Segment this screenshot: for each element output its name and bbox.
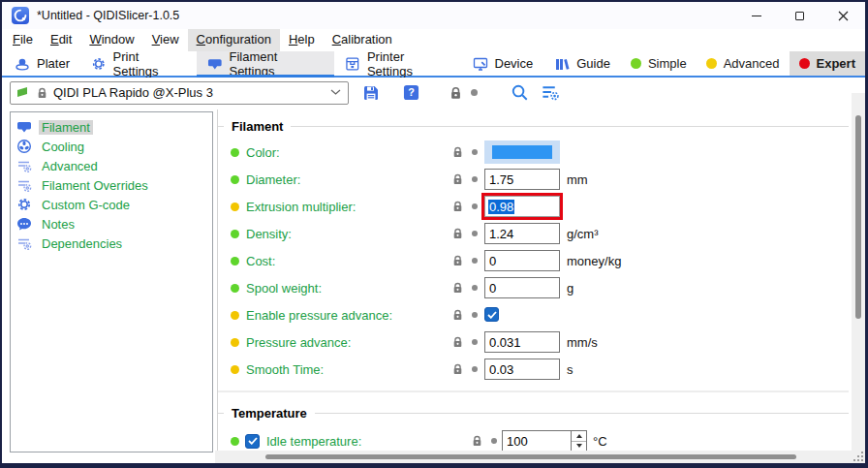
sidebar-item-custom-gcode[interactable]: Custom G-code: [11, 195, 212, 214]
revert-dot-icon[interactable]: [472, 176, 478, 182]
app-window: *Untitled - QIDISlicer-1.0.5 File Edit W…: [0, 0, 868, 468]
lock-icon[interactable]: [451, 308, 464, 325]
menu-edit[interactable]: Edit: [42, 29, 80, 51]
arrow-down-icon: [576, 444, 582, 448]
revert-dot-icon[interactable]: [472, 285, 478, 291]
mode-advanced[interactable]: Advanced: [697, 51, 790, 76]
preset-combobox[interactable]: QIDI PLA Rapido @X-Plus 3: [10, 81, 349, 105]
tab-printer-settings[interactable]: Printer Settings: [334, 51, 461, 76]
revert-dot-icon[interactable]: [472, 258, 478, 264]
sidebar-item-filament[interactable]: Filament: [11, 117, 212, 137]
search-button[interactable]: [511, 83, 529, 102]
status-dot: [231, 365, 239, 374]
tab-filament-settings[interactable]: Filament Settings: [197, 51, 334, 76]
tab-device[interactable]: Device: [462, 51, 544, 76]
arrow-up-icon: [576, 434, 582, 438]
revert-dot-icon[interactable]: [472, 366, 478, 372]
setting-row-pressure-advance: Pressure advance: mm/s: [228, 328, 849, 356]
lock-icon[interactable]: [451, 172, 464, 189]
section-title-text: Filament: [232, 119, 283, 134]
resize-grip[interactable]: [852, 451, 865, 463]
save-preset-button[interactable]: [362, 84, 380, 102]
tab-label: Guide: [576, 56, 610, 71]
vertical-scrollbar[interactable]: [852, 93, 865, 463]
cost-input[interactable]: [484, 250, 560, 271]
pressure-advance-input[interactable]: [484, 331, 560, 353]
revert-dot-icon[interactable]: [491, 438, 497, 444]
lock-icon[interactable]: [451, 362, 464, 379]
spin-down-button[interactable]: [572, 442, 586, 452]
idle-temperature-checkbox[interactable]: [245, 434, 260, 449]
horizontal-scrollbar[interactable]: [215, 451, 852, 463]
lock-toggle-button[interactable]: [449, 85, 463, 101]
horizontal-scrollbar-thumb[interactable]: [265, 454, 796, 459]
menu-file[interactable]: File: [4, 29, 42, 51]
setting-label: Spool weight:: [246, 281, 322, 296]
mode-expert[interactable]: Expert: [790, 51, 865, 76]
close-button[interactable]: [822, 2, 865, 29]
check-icon: [248, 437, 258, 445]
setting-row-diameter: Diameter: mm: [228, 166, 849, 193]
extrusion-multiplier-input[interactable]: 0.98: [484, 196, 560, 217]
setting-label: Color:: [246, 145, 280, 160]
revert-dot-icon[interactable]: [472, 203, 478, 209]
filament-icon: [16, 119, 32, 135]
spool-weight-input[interactable]: [484, 277, 560, 298]
question-icon: ?: [403, 84, 419, 101]
revert-dot-icon[interactable]: [472, 312, 478, 318]
settings-panel: Filament Color: Diameter: mm Extrusion m…: [217, 109, 849, 451]
revert-dot-icon[interactable]: [472, 339, 478, 345]
compare-settings-button[interactable]: [541, 83, 560, 102]
status-dot: [231, 311, 239, 320]
search-icon: [511, 83, 529, 102]
setting-row-spool-weight: Spool weight: g: [228, 274, 849, 301]
sliders-gear-icon: [16, 177, 32, 193]
sidebar-item-filament-overrides[interactable]: Filament Overrides: [11, 175, 212, 195]
filament-icon: [207, 56, 223, 72]
revert-dot-icon[interactable]: [472, 149, 478, 155]
save-icon: [362, 84, 380, 102]
sidebar-item-notes[interactable]: Notes: [11, 214, 212, 234]
plater-icon: [15, 56, 30, 72]
help-button[interactable]: ?: [403, 84, 419, 101]
sidebar-item-advanced[interactable]: Advanced: [11, 156, 212, 175]
lock-icon[interactable]: [451, 254, 464, 270]
smooth-time-input[interactable]: [484, 359, 560, 380]
tab-plater[interactable]: Plater: [4, 51, 80, 76]
lock-icon[interactable]: [451, 281, 464, 297]
title-bar[interactable]: *Untitled - QIDISlicer-1.0.5: [2, 2, 865, 29]
lock-icon[interactable]: [451, 227, 464, 243]
idle-temperature-input[interactable]: [502, 430, 572, 451]
mode-simple[interactable]: Simple: [621, 51, 697, 76]
color-swatch[interactable]: [484, 140, 560, 164]
notes-bubble-icon: [16, 216, 32, 232]
minimize-button[interactable]: [734, 2, 778, 29]
density-input[interactable]: [484, 223, 560, 244]
guide-icon: [554, 56, 570, 72]
printer-icon: [345, 56, 360, 72]
revert-dot-icon[interactable]: [472, 231, 478, 236]
sidebar-label: Cooling: [39, 140, 87, 154]
status-dot: [231, 284, 239, 293]
preset-name: QIDI PLA Rapido @X-Plus 3: [53, 85, 326, 100]
vertical-scrollbar-thumb[interactable]: [855, 115, 861, 319]
spin-up-button[interactable]: [572, 431, 586, 442]
preset-toolbar: QIDI PLA Rapido @X-Plus 3 ?: [2, 78, 865, 108]
sidebar-item-cooling[interactable]: Cooling: [11, 137, 212, 156]
enable-pressure-advance-checkbox[interactable]: [484, 307, 499, 322]
svg-text:?: ?: [408, 86, 415, 98]
lock-icon[interactable]: [471, 434, 483, 451]
settings-tab-bar: Plater Print Settings Filament Settings …: [2, 51, 865, 78]
diameter-input[interactable]: [484, 169, 560, 190]
lock-icon[interactable]: [451, 145, 464, 162]
tab-print-settings[interactable]: Print Settings: [80, 51, 197, 76]
minimize-icon: [752, 16, 761, 16]
sidebar-item-dependencies[interactable]: Dependencies: [11, 234, 212, 253]
setting-label: Extrusion multiplier:: [246, 200, 356, 214]
app-logo-icon: [12, 7, 29, 24]
tab-guide[interactable]: Guide: [543, 51, 621, 76]
lock-icon[interactable]: [451, 200, 464, 216]
revert-dot-icon[interactable]: [471, 89, 478, 96]
maximize-button[interactable]: [778, 2, 822, 29]
lock-icon[interactable]: [451, 335, 464, 352]
